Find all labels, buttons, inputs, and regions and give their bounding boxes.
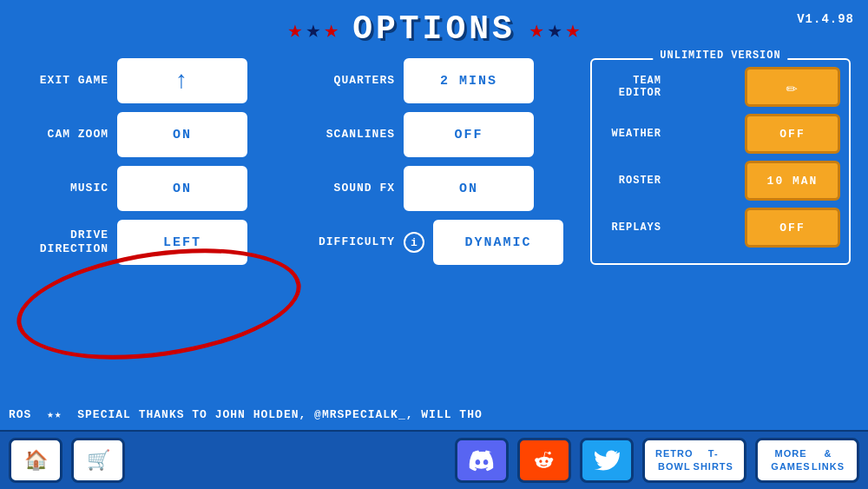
unlimited-version-label: UNLIMITED VERSION	[653, 50, 787, 62]
difficulty-info-icon[interactable]: i	[404, 232, 424, 253]
cam-zoom-row: CAM ZOOM ON	[17, 112, 286, 157]
more-games-line1: MORE GAMES	[770, 447, 812, 474]
sound-fx-label: SOUND FX	[304, 182, 395, 195]
discord-button[interactable]	[455, 438, 509, 483]
scanlines-button[interactable]: OFF	[404, 112, 534, 157]
cam-zoom-button[interactable]: ON	[117, 112, 247, 157]
sound-fx-row: SOUND FX ON	[304, 166, 573, 211]
more-games-line2: & LINKS	[812, 447, 845, 474]
weather-label: WEATHER	[601, 128, 661, 140]
stars-left: ★ ★ ★	[288, 15, 339, 44]
quarters-label: QUARTERS	[304, 74, 395, 88]
more-games-button[interactable]: MORE GAMES & LINKS	[755, 438, 859, 483]
star-red-2: ★	[324, 15, 339, 44]
cam-zoom-label: CAM ZOOM	[17, 128, 108, 142]
stars-right: ★ ★ ★	[529, 15, 581, 44]
col-right-unlimited: UNLIMITED VERSION TEAMEDITOR ✏ WEATHER O…	[590, 58, 851, 265]
star-red-1: ★	[288, 15, 303, 44]
difficulty-row: DIFFICULTY i DYNAMIC	[304, 220, 573, 265]
replays-label: REPLAYS	[601, 221, 661, 234]
header: ★ ★ ★ OPTIONS ★ ★ ★ V1.4.98	[0, 0, 868, 55]
team-editor-label: TEAMEDITOR	[601, 75, 661, 99]
exit-game-button[interactable]: ↑	[117, 58, 247, 103]
ticker-text: ROS ★★ SPECIAL THANKS TO JOHN HOLDEN, @M…	[9, 407, 521, 421]
tshirts-line2: T-SHIRTS	[694, 447, 733, 474]
drive-direction-label: DRIVEDIRECTION	[17, 228, 108, 255]
quarters-button[interactable]: 2 MINS	[404, 58, 534, 103]
weather-button[interactable]: OFF	[745, 114, 840, 154]
music-label: MUSIC	[17, 182, 108, 195]
cart-button[interactable]: 🛒	[71, 438, 125, 483]
difficulty-button[interactable]: DYNAMIC	[433, 220, 563, 265]
twitter-button[interactable]	[580, 438, 634, 483]
team-editor-row: TEAMEDITOR ✏	[601, 67, 840, 107]
bottom-bar: 🏠 🛒 RETRO BOWL T-SHIRTS MORE GAMES &	[0, 430, 868, 489]
team-editor-button[interactable]: ✏	[745, 67, 840, 107]
ticker-bar: ROS ★★ SPECIAL THANKS TO JOHN HOLDEN, @M…	[0, 402, 868, 426]
home-button[interactable]: 🏠	[9, 438, 62, 483]
drive-direction-button[interactable]: LEFT	[117, 220, 247, 265]
replays-button[interactable]: OFF	[745, 208, 840, 248]
music-button[interactable]: ON	[117, 166, 247, 211]
col-mid: QUARTERS 2 MINS SCANLINES OFF SOUND FX O…	[304, 58, 573, 265]
star-red-4: ★	[566, 15, 581, 44]
page-title: OPTIONS	[352, 10, 516, 48]
screen: ★ ★ ★ OPTIONS ★ ★ ★ V1.4.98 EXIT GAME ↑ …	[0, 0, 868, 489]
version-label: V1.4.98	[797, 12, 854, 26]
exit-game-label: EXIT GAME	[17, 74, 108, 88]
roster-row: ROSTER 10 MAN	[601, 161, 840, 201]
star-red-3: ★	[529, 15, 544, 44]
music-row: MUSIC ON	[17, 166, 286, 211]
replays-row: REPLAYS OFF	[601, 208, 840, 248]
quarters-row: QUARTERS 2 MINS	[304, 58, 573, 103]
options-area: EXIT GAME ↑ CAM ZOOM ON MUSIC ON DRIVEDI…	[0, 58, 868, 265]
scanlines-row: SCANLINES OFF	[304, 112, 573, 157]
sound-fx-button[interactable]: ON	[404, 166, 534, 211]
weather-row: WEATHER OFF	[601, 114, 840, 154]
scanlines-label: SCANLINES	[304, 128, 395, 142]
tshirts-line1: RETRO BOWL	[655, 447, 694, 474]
roster-label: ROSTER	[601, 175, 661, 187]
drive-direction-row: DRIVEDIRECTION LEFT	[17, 220, 286, 265]
star-blue-2: ★	[548, 15, 562, 44]
roster-button[interactable]: 10 MAN	[745, 161, 840, 201]
difficulty-label: DIFFICULTY	[304, 235, 395, 249]
retro-bowl-tshirts-button[interactable]: RETRO BOWL T-SHIRTS	[642, 438, 746, 483]
star-blue-1: ★	[306, 15, 320, 44]
col-left: EXIT GAME ↑ CAM ZOOM ON MUSIC ON DRIVEDI…	[17, 58, 286, 265]
reddit-button[interactable]	[517, 438, 571, 483]
exit-game-row: EXIT GAME ↑	[17, 58, 286, 103]
